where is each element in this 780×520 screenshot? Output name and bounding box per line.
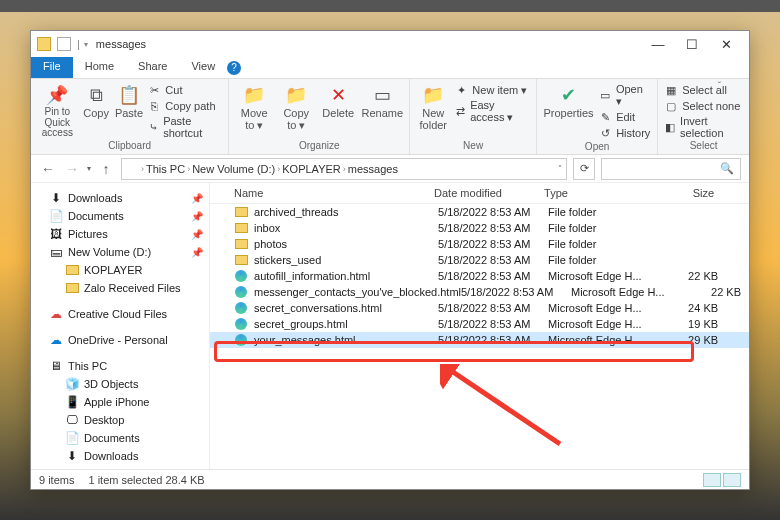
file-name: secret_groups.html	[254, 318, 438, 330]
rename-button[interactable]: ▭Rename	[361, 81, 403, 119]
tab-view[interactable]: View	[179, 57, 227, 78]
select-all-icon: ▦	[664, 83, 678, 97]
file-name: archived_threads	[254, 206, 438, 218]
file-name: your_messages.html	[254, 334, 438, 346]
tree-item-label: Zalo Received Files	[84, 282, 181, 294]
qat-dropdown-icon[interactable]: ▾	[84, 40, 88, 49]
pin-icon: 📌	[191, 193, 203, 204]
tree-item[interactable]: 🖴New Volume (D:)📌	[31, 243, 209, 261]
tree-item[interactable]: 🖼Pictures📌	[31, 225, 209, 243]
file-name: autofill_information.html	[254, 270, 438, 282]
pin-icon: 📌	[191, 229, 203, 240]
file-row[interactable]: messenger_contacts_you've_blocked.html5/…	[210, 284, 749, 300]
tree-item[interactable]: 📄Documents📌	[31, 207, 209, 225]
tree-item[interactable]: ⬇Downloads	[31, 447, 209, 465]
open-button[interactable]: ▭Open ▾	[598, 83, 651, 108]
tree-item[interactable]: ♪Music	[31, 465, 209, 469]
tree-item[interactable]: 🧊3D Objects	[31, 375, 209, 393]
delete-button[interactable]: ✕Delete	[319, 81, 357, 119]
file-row[interactable]: stickers_used5/18/2022 8:53 AMFile folde…	[210, 252, 749, 268]
copy-to-button[interactable]: 📁Copy to ▾	[277, 81, 315, 132]
file-size: 29 KB	[658, 334, 718, 346]
history-icon: ↺	[598, 126, 612, 140]
paste-button[interactable]: 📋Paste	[115, 81, 144, 119]
tree-item[interactable]: 🖥This PC	[31, 357, 209, 375]
nav-up-button[interactable]: ↑	[97, 161, 115, 177]
column-headers[interactable]: Name Date modified Type Size	[210, 183, 749, 204]
close-button[interactable]: ✕	[709, 33, 743, 55]
breadcrumb-koplayer[interactable]: KOPLAYER	[282, 163, 341, 175]
col-type[interactable]: Type	[544, 187, 654, 199]
tree-item-label: Downloads	[84, 450, 138, 462]
file-date: 5/18/2022 8:53 AM	[438, 238, 548, 250]
maximize-button[interactable]: ☐	[675, 33, 709, 55]
tree-item[interactable]: 🖵Desktop	[31, 411, 209, 429]
3d-icon: 🧊	[65, 377, 79, 391]
file-row[interactable]: secret_groups.html5/18/2022 8:53 AMMicro…	[210, 316, 749, 332]
col-size[interactable]: Size	[654, 187, 714, 199]
nav-back-button[interactable]: ←	[39, 161, 57, 177]
col-date[interactable]: Date modified	[434, 187, 544, 199]
tree-item[interactable]: Zalo Received Files	[31, 279, 209, 297]
help-icon[interactable]: ?	[227, 61, 241, 75]
tree-item[interactable]: 📄Documents	[31, 429, 209, 447]
pin-icon: 📌	[191, 247, 203, 258]
file-row[interactable]: your_messages.html5/18/2022 8:53 AMMicro…	[210, 332, 749, 348]
new-item-button[interactable]: ✦New item ▾	[454, 83, 530, 97]
download-icon: ⬇	[49, 191, 63, 205]
organize-group-label: Organize	[235, 139, 403, 152]
file-row[interactable]: archived_threads5/18/2022 8:53 AMFile fo…	[210, 204, 749, 220]
tab-home[interactable]: Home	[73, 57, 126, 78]
ribbon-tabs: File Home Share View ? ˇ	[31, 57, 749, 79]
tree-item[interactable]: 📱Apple iPhone	[31, 393, 209, 411]
minimize-button[interactable]: —	[641, 33, 675, 55]
file-row[interactable]: autofill_information.html5/18/2022 8:53 …	[210, 268, 749, 284]
pin-to-quick-access-button[interactable]: 📌Pin to Quick access	[37, 81, 78, 139]
tree-item[interactable]: ☁OneDrive - Personal	[31, 331, 209, 349]
edit-button[interactable]: ✎Edit	[598, 110, 651, 124]
col-name[interactable]: Name	[234, 187, 434, 199]
move-to-button[interactable]: 📁Move to ▾	[235, 81, 273, 132]
view-large-icons-button[interactable]	[723, 473, 741, 487]
breadcrumb-this-pc[interactable]: This PC	[146, 163, 185, 175]
copy-button[interactable]: ⧉Copy	[82, 81, 111, 119]
tree-item[interactable]: KOPLAYER	[31, 261, 209, 279]
file-row[interactable]: secret_conversations.html5/18/2022 8:53 …	[210, 300, 749, 316]
paste-shortcut-button[interactable]: ⤷Paste shortcut	[147, 115, 222, 139]
file-date: 5/18/2022 8:53 AM	[461, 286, 571, 298]
view-details-button[interactable]	[703, 473, 721, 487]
nav-history-dropdown[interactable]: ▾	[87, 164, 91, 173]
title-bar[interactable]: | ▾ messages — ☐ ✕	[31, 31, 749, 57]
file-date: 5/18/2022 8:53 AM	[438, 334, 548, 346]
file-type: File folder	[548, 222, 658, 234]
address-bar[interactable]: › This PC› New Volume (D:)› KOPLAYER› me…	[121, 158, 567, 180]
select-all-button[interactable]: ▦Select all	[664, 83, 743, 97]
group-clipboard: 📌Pin to Quick access ⧉Copy 📋Paste ✂Cut ⎘…	[31, 79, 229, 154]
file-size: 19 KB	[658, 318, 718, 330]
tree-item[interactable]: ☁Creative Cloud Files	[31, 305, 209, 323]
history-button[interactable]: ↺History	[598, 126, 651, 140]
breadcrumb-messages[interactable]: messages	[348, 163, 398, 175]
new-folder-button[interactable]: 📁New folder	[416, 81, 450, 131]
tree-item[interactable]: ⬇Downloads📌	[31, 189, 209, 207]
folder-icon	[65, 281, 79, 295]
tree-item-label: Apple iPhone	[84, 396, 149, 408]
search-input[interactable]: 🔍	[601, 158, 741, 180]
properties-button[interactable]: ✔Properties	[543, 81, 594, 119]
file-row[interactable]: inbox5/18/2022 8:53 AMFile folder	[210, 220, 749, 236]
breadcrumb-drive[interactable]: New Volume (D:)	[192, 163, 275, 175]
tab-file[interactable]: File	[31, 57, 73, 78]
navigation-tree[interactable]: ⬇Downloads📌📄Documents📌🖼Pictures📌🖴New Vol…	[31, 183, 210, 469]
copy-path-button[interactable]: ⎘Copy path	[147, 99, 222, 113]
file-list[interactable]: archived_threads5/18/2022 8:53 AMFile fo…	[210, 204, 749, 469]
refresh-button[interactable]: ⟳	[573, 158, 595, 180]
tab-share[interactable]: Share	[126, 57, 179, 78]
select-none-button[interactable]: ▢Select none	[664, 99, 743, 113]
invert-selection-button[interactable]: ◧Invert selection	[664, 115, 743, 139]
collapse-ribbon-icon[interactable]: ˇ	[718, 81, 721, 92]
cut-button[interactable]: ✂Cut	[147, 83, 222, 97]
file-row[interactable]: photos5/18/2022 8:53 AMFile folder	[210, 236, 749, 252]
easy-access-button[interactable]: ⇄Easy access ▾	[454, 99, 530, 124]
nav-forward-button[interactable]: →	[63, 161, 81, 177]
address-dropdown-icon[interactable]: ˅	[558, 164, 562, 173]
